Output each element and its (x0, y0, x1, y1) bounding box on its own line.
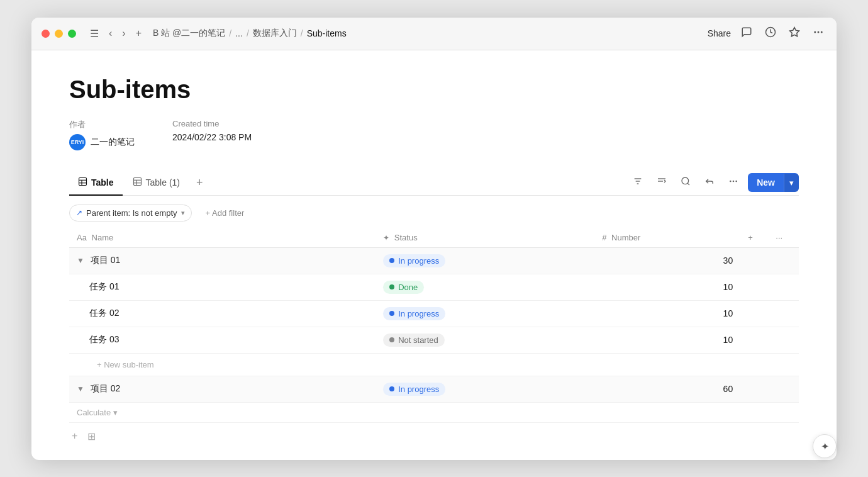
add-page-button[interactable]: + (132, 25, 145, 42)
status-dot (389, 258, 394, 263)
svg-marker-1 (790, 27, 799, 36)
maximize-button[interactable] (68, 30, 76, 38)
created-date: 2024/02/22 3:08 PM (172, 132, 252, 142)
traffic-lights (42, 30, 76, 38)
tab-table-1[interactable]: Table (1) (124, 171, 189, 196)
filter-chip-label: Parent item: Is not empty (86, 208, 177, 218)
row-extra-rw01 (740, 274, 768, 300)
svg-point-21 (733, 181, 734, 181)
star-icon[interactable] (786, 24, 803, 43)
row-name-rw01[interactable]: 任务 01 (69, 274, 376, 300)
history-icon[interactable] (762, 24, 779, 43)
row-extra2-rw02 (768, 300, 799, 327)
add-row-button[interactable]: + (69, 428, 80, 444)
name-col-label: Name (92, 233, 114, 242)
collapse-icon[interactable]: ▼ (77, 256, 84, 265)
svg-point-4 (821, 31, 823, 33)
table-header-row: Aa Name ✦ Status # Number + ··· (69, 228, 799, 248)
row-name-xm01[interactable]: ▼ 项目 01 (69, 247, 376, 274)
row-name-rw03[interactable]: 任务 03 (69, 327, 376, 353)
name-col-icon: Aa (77, 233, 87, 242)
row-name-rw02[interactable]: 任务 02 (69, 300, 376, 327)
collapse-icon-2[interactable]: ▼ (77, 384, 84, 393)
status-label: In progress (398, 256, 439, 266)
status-dot (389, 386, 394, 391)
main-content: Sub-items 作者 ERYI 二一的笔记 Created time 202… (31, 50, 837, 460)
svg-rect-9 (133, 177, 141, 185)
calculate-button[interactable]: Calculate ▾ (77, 408, 118, 417)
titlebar: ☰ ‹ › + B 站 @二一的笔记 / ... / 数据库入门 / Sub-i… (31, 18, 837, 50)
filter-button[interactable] (628, 173, 647, 192)
table-row: 任务 01 Done 10 (69, 274, 799, 300)
column-more-button[interactable]: ··· (768, 228, 799, 248)
status-badge: In progress (383, 254, 445, 267)
add-column-button[interactable]: + (740, 228, 768, 248)
comment-icon[interactable] (738, 24, 755, 43)
back-button[interactable]: ‹ (105, 25, 116, 42)
row-status-rw02: In progress (376, 300, 594, 327)
breadcrumb-item-1[interactable]: B 站 @二一的笔记 (153, 28, 225, 39)
new-subitem-button[interactable]: + New sub-item (77, 360, 154, 369)
row-name-xm02[interactable]: ▼ 项目 02 (69, 376, 376, 402)
search-button[interactable] (676, 173, 695, 192)
table-row: ▼ 项目 01 In progress 30 (69, 247, 799, 274)
share-button[interactable]: Share (708, 28, 731, 38)
table-icon (78, 177, 87, 188)
minimize-button[interactable] (55, 30, 63, 38)
breadcrumb: B 站 @二一的笔记 / ... / 数据库入门 / Sub-items (153, 28, 708, 39)
menu-icon[interactable]: ☰ (86, 25, 103, 42)
author-label: 作者 (69, 119, 135, 130)
calculate-cell-3 (594, 402, 740, 422)
forward-button[interactable]: › (118, 25, 129, 42)
svg-line-19 (687, 183, 689, 185)
tab-table[interactable]: Table (69, 171, 123, 196)
new-button[interactable]: New (748, 173, 784, 192)
ai-sparkle-button[interactable]: ✦ (813, 434, 837, 458)
created-meta: Created time 2024/02/22 3:08 PM (172, 119, 252, 150)
status-dot (389, 284, 394, 289)
author-value: ERYI 二一的笔记 (69, 134, 135, 150)
nav-buttons: ☰ ‹ › + (86, 25, 145, 42)
status-label: In progress (398, 309, 439, 318)
row-status-xm02: In progress (376, 376, 594, 402)
number-col-icon: # (602, 233, 606, 242)
row-number-xm02: 60 (594, 376, 740, 402)
breadcrumb-current: Sub-items (307, 28, 347, 38)
more-menu-icon[interactable] (810, 24, 826, 43)
grid-view-button[interactable]: ⊞ (85, 428, 98, 445)
new-subitem-row: + New sub-item (69, 353, 799, 376)
row-extra-xm01 (740, 247, 768, 274)
created-value: 2024/02/22 3:08 PM (172, 132, 252, 142)
sort-button[interactable] (652, 173, 671, 192)
calculate-row: Calculate ▾ (69, 402, 799, 422)
app-window: ☰ ‹ › + B 站 @二一的笔记 / ... / 数据库入门 / Sub-i… (31, 18, 837, 460)
breadcrumb-item-3[interactable]: 数据库入门 (253, 28, 297, 39)
row-extra2-rw03 (768, 327, 799, 353)
row-name-value-2: 项目 02 (91, 383, 120, 393)
svg-rect-5 (79, 177, 87, 185)
calculate-cell-2 (376, 402, 594, 422)
status-badge: In progress (383, 383, 445, 396)
new-subitem-cell: + New sub-item (69, 353, 799, 376)
new-dropdown-arrow[interactable]: ▾ (784, 174, 799, 192)
row-status-rw03: Not started (376, 327, 594, 353)
breadcrumb-item-2[interactable]: ... (235, 28, 243, 38)
close-button[interactable] (42, 30, 50, 38)
breadcrumb-sep-3: / (301, 28, 303, 38)
svg-point-18 (682, 177, 689, 184)
col-header-status: ✦ Status (376, 228, 594, 248)
add-filter-button[interactable]: + Add filter (199, 205, 251, 221)
sub-item-button[interactable] (700, 173, 719, 192)
add-tab-button[interactable]: + (190, 172, 209, 193)
tabs-bar: Table Table (1) + (69, 171, 799, 196)
row-extra-rw03 (740, 327, 768, 353)
filter-chip-parent-item[interactable]: ↗ Parent item: Is not empty ▾ (69, 205, 192, 222)
col-header-name: Aa Name (69, 228, 376, 248)
more-options-button[interactable] (724, 173, 743, 192)
filter-bar: ↗ Parent item: Is not empty ▾ + Add filt… (69, 196, 799, 228)
created-label: Created time (172, 119, 252, 128)
row-extra-xm02 (740, 376, 768, 402)
table1-icon (133, 177, 142, 188)
breadcrumb-sep-2: / (247, 28, 249, 38)
meta-section: 作者 ERYI 二一的笔记 Created time 2024/02/22 3:… (69, 119, 799, 150)
